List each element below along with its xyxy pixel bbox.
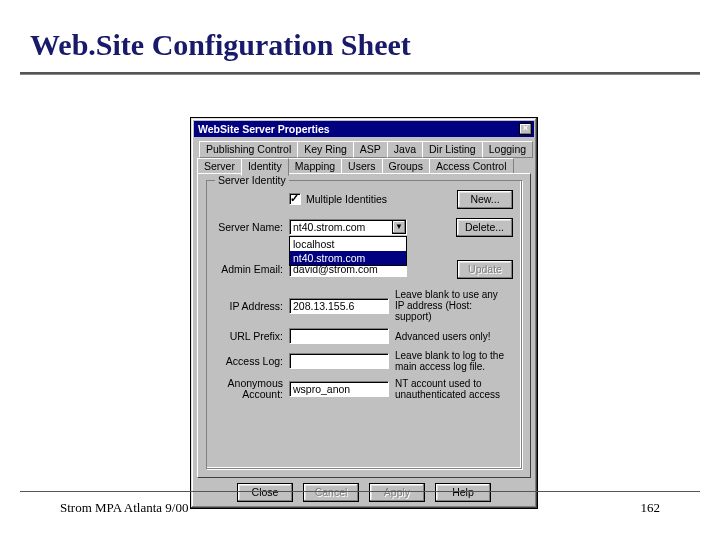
server-name-option-localhost[interactable]: localhost [290, 237, 406, 251]
cancel-button[interactable]: Cancel [303, 483, 359, 502]
url-prefix-hint: Advanced users only! [395, 331, 505, 342]
identity-panel: Server Identity Multiple Identities New.… [197, 173, 531, 478]
tab-logging[interactable]: Logging [482, 141, 533, 158]
titlebar-text: WebSite Server Properties [198, 123, 330, 135]
multiple-identities-checkbox[interactable] [289, 193, 301, 205]
tab-publishing-control[interactable]: Publishing Control [199, 141, 298, 158]
access-log-hint: Leave blank to log to the main access lo… [395, 350, 505, 372]
dialog-bottom-buttons: Close Cancel Apply Help [191, 483, 537, 502]
server-properties-dialog: WebSite Server Properties × Publishing C… [190, 117, 538, 509]
chevron-down-icon[interactable]: ▼ [392, 220, 406, 234]
server-identity-group: Server Identity Multiple Identities New.… [206, 180, 522, 469]
tab-row-back: Publishing Control Key Ring ASP Java Dir… [199, 141, 531, 158]
access-log-label: Access Log: [215, 355, 289, 367]
help-button[interactable]: Help [435, 483, 491, 502]
tab-dir-listing[interactable]: Dir Listing [422, 141, 483, 158]
ip-address-field[interactable]: 208.13.155.6 [289, 298, 389, 314]
update-button[interactable]: Update [457, 260, 513, 279]
titlebar[interactable]: WebSite Server Properties × [194, 121, 534, 137]
tab-java[interactable]: Java [387, 141, 423, 158]
footer-line [20, 491, 700, 492]
new-button[interactable]: New... [457, 190, 513, 209]
server-name-option-nt40[interactable]: nt40.strom.com [290, 251, 406, 265]
title-underline [20, 72, 700, 75]
close-icon[interactable]: × [519, 123, 532, 135]
server-name-value: nt40.strom.com [293, 221, 365, 234]
apply-button[interactable]: Apply [369, 483, 425, 502]
anon-account-hint: NT account used to unauthenticated acces… [395, 378, 505, 400]
footer-left: Strom MPA Atlanta 9/00 [60, 500, 188, 516]
tab-asp[interactable]: ASP [353, 141, 388, 158]
close-button[interactable]: Close [237, 483, 293, 502]
url-prefix-field[interactable] [289, 328, 389, 344]
tab-identity[interactable]: Identity [241, 158, 289, 176]
admin-email-label: Admin Email: [215, 263, 289, 275]
tabs-area: Publishing Control Key Ring ASP Java Dir… [197, 141, 531, 478]
anon-account-field[interactable]: wspro_anon [289, 381, 389, 397]
multiple-identities-label: Multiple Identities [306, 193, 387, 205]
server-name-dropdown[interactable]: localhost nt40.strom.com [289, 236, 407, 266]
tab-key-ring[interactable]: Key Ring [297, 141, 354, 158]
server-name-label: Server Name: [215, 221, 289, 233]
url-prefix-label: URL Prefix: [215, 330, 289, 342]
anon-account-label: Anonymous Account: [215, 378, 289, 400]
delete-button[interactable]: Delete... [456, 218, 513, 237]
access-log-field[interactable] [289, 353, 389, 369]
ip-address-label: IP Address: [215, 300, 289, 312]
slide-title: Web.Site Configuration Sheet [30, 28, 411, 62]
page-number: 162 [641, 500, 661, 516]
ip-address-hint: Leave blank to use any IP address (Host:… [395, 289, 505, 322]
server-name-combo[interactable]: nt40.strom.com ▼ [289, 219, 407, 235]
